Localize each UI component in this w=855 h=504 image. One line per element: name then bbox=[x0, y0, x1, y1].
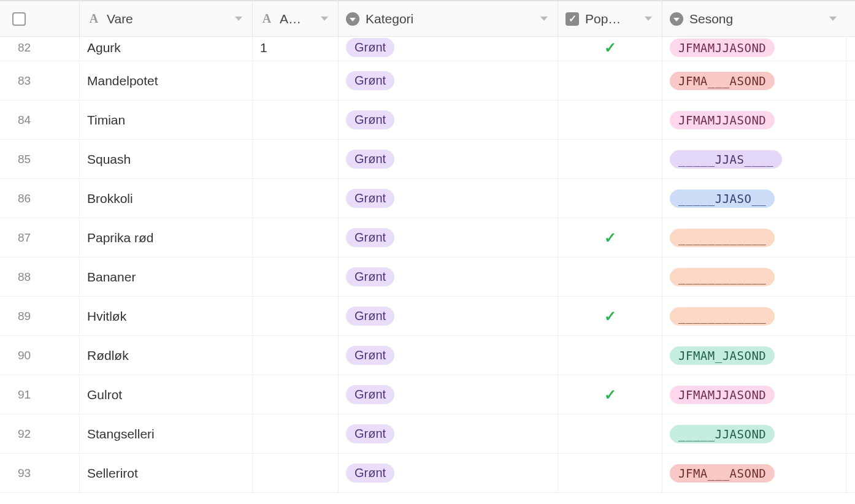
table-row[interactable]: 86BrokkoliGrønt_____JJASO__ bbox=[0, 179, 855, 218]
dropdown-caret-icon[interactable] bbox=[321, 17, 328, 21]
a-cell[interactable] bbox=[253, 140, 339, 178]
pop-cell[interactable] bbox=[558, 61, 662, 100]
table-row[interactable]: 90RødløkGrøntJFMAM_JASOND bbox=[0, 336, 855, 375]
pop-cell[interactable] bbox=[558, 258, 662, 296]
a-cell[interactable] bbox=[253, 375, 339, 414]
pop-cell[interactable] bbox=[558, 336, 662, 375]
kategori-cell[interactable]: Grønt bbox=[339, 336, 558, 375]
row-number-cell[interactable]: 82 bbox=[0, 34, 80, 61]
a-cell[interactable] bbox=[253, 336, 339, 375]
single-select-icon bbox=[670, 12, 683, 26]
table-row[interactable]: 84TimianGrøntJFMAMJJASOND bbox=[0, 101, 855, 140]
kategori-cell[interactable]: Grønt bbox=[339, 414, 558, 453]
column-header-vare[interactable]: A Vare bbox=[80, 1, 253, 36]
a-cell[interactable] bbox=[253, 454, 339, 492]
kategori-cell[interactable]: Grønt bbox=[339, 258, 558, 296]
kategori-cell[interactable]: Grønt bbox=[339, 375, 558, 414]
kategori-cell[interactable]: Grønt bbox=[339, 140, 558, 178]
column-header-pop[interactable]: Pop… bbox=[558, 1, 662, 36]
table-row[interactable]: 93SellerirotGrøntJFMA___ASOND bbox=[0, 454, 855, 493]
kategori-cell[interactable]: Grønt bbox=[339, 297, 558, 335]
pop-cell[interactable] bbox=[558, 101, 662, 139]
a-cell[interactable] bbox=[253, 258, 339, 296]
vare-cell[interactable]: Paprika rød bbox=[80, 218, 253, 257]
sesong-cell[interactable]: JFMA___ASOND bbox=[662, 454, 846, 492]
column-header-kategori[interactable]: Kategori bbox=[339, 1, 558, 36]
sesong-cell[interactable]: JFMAMJJASOND bbox=[662, 34, 846, 61]
kategori-pill: Grønt bbox=[346, 346, 394, 365]
kategori-cell[interactable]: Grønt bbox=[339, 218, 558, 257]
kategori-pill: Grønt bbox=[346, 189, 394, 208]
pop-cell[interactable] bbox=[558, 140, 662, 178]
dropdown-caret-icon[interactable] bbox=[645, 17, 652, 21]
sesong-cell[interactable]: _____JJAS____ bbox=[662, 140, 846, 178]
vare-cell[interactable]: Agurk bbox=[80, 34, 253, 61]
vare-cell[interactable]: Squash bbox=[80, 140, 253, 178]
vare-cell[interactable]: Timian bbox=[80, 101, 253, 139]
vare-cell[interactable]: Sellerirot bbox=[80, 454, 253, 492]
a-cell[interactable]: 1 bbox=[253, 34, 339, 61]
a-cell[interactable] bbox=[253, 297, 339, 335]
a-cell[interactable] bbox=[253, 179, 339, 218]
a-cell[interactable] bbox=[253, 414, 339, 453]
dropdown-caret-icon[interactable] bbox=[235, 17, 242, 21]
row-number-cell[interactable]: 86 bbox=[0, 179, 80, 218]
kategori-cell[interactable]: Grønt bbox=[339, 454, 558, 492]
vare-cell[interactable]: Stangselleri bbox=[80, 414, 253, 453]
column-header-checkbox[interactable] bbox=[0, 1, 80, 36]
a-cell[interactable] bbox=[253, 101, 339, 139]
table-row[interactable]: 91GulrotGrønt✓JFMAMJJASOND bbox=[0, 375, 855, 414]
table-row[interactable]: 85SquashGrønt_____JJAS____ bbox=[0, 140, 855, 179]
table-row[interactable]: 82Agurk1Grønt✓JFMAMJJASOND bbox=[0, 34, 855, 61]
row-number-cell[interactable]: 92 bbox=[0, 414, 80, 453]
sesong-cell[interactable]: JFMAM_JASOND bbox=[662, 336, 846, 375]
pop-cell[interactable]: ✓ bbox=[558, 375, 662, 414]
vare-cell[interactable]: Hvitløk bbox=[80, 297, 253, 335]
row-number-cell[interactable]: 84 bbox=[0, 101, 80, 139]
dropdown-caret-icon[interactable] bbox=[540, 17, 548, 21]
a-cell[interactable] bbox=[253, 218, 339, 257]
sesong-cell[interactable]: JFMAMJJASOND bbox=[662, 375, 846, 414]
pop-cell[interactable]: ✓ bbox=[558, 34, 662, 61]
vare-cell[interactable]: Bananer bbox=[80, 258, 253, 296]
table-row[interactable]: 92StangselleriGrønt_____JJASOND bbox=[0, 414, 855, 454]
vare-cell[interactable]: Gulrot bbox=[80, 375, 253, 414]
row-number-cell[interactable]: 89 bbox=[0, 297, 80, 335]
sesong-cell[interactable]: ____________ bbox=[662, 218, 846, 257]
sesong-cell[interactable]: ____________ bbox=[662, 297, 846, 335]
pop-cell[interactable] bbox=[558, 179, 662, 218]
kategori-cell[interactable]: Grønt bbox=[339, 179, 558, 218]
row-number-cell[interactable]: 87 bbox=[0, 218, 80, 257]
sesong-cell[interactable]: JFMAMJJASOND bbox=[662, 101, 846, 139]
table-row[interactable]: 87Paprika rødGrønt✓____________ bbox=[0, 218, 855, 258]
column-header-a[interactable]: A A… bbox=[253, 1, 339, 36]
kategori-cell[interactable]: Grønt bbox=[339, 61, 558, 100]
table-row[interactable]: 88BananerGrønt____________ bbox=[0, 258, 855, 297]
table-row[interactable]: 89HvitløkGrønt✓____________ bbox=[0, 297, 855, 336]
kategori-cell[interactable]: Grønt bbox=[339, 101, 558, 139]
kategori-cell[interactable]: Grønt bbox=[339, 34, 558, 61]
a-cell[interactable] bbox=[253, 61, 339, 100]
vare-cell[interactable]: Brokkoli bbox=[80, 179, 253, 218]
column-label: Vare bbox=[107, 12, 235, 26]
row-number-cell[interactable]: 83 bbox=[0, 61, 80, 100]
column-header-sesong[interactable]: Sesong bbox=[662, 1, 846, 36]
vare-cell[interactable]: Mandelpotet bbox=[80, 61, 253, 100]
sesong-cell[interactable]: ____________ bbox=[662, 258, 846, 296]
row-number-cell[interactable]: 88 bbox=[0, 258, 80, 296]
row-number-cell[interactable]: 91 bbox=[0, 375, 80, 414]
pop-cell[interactable]: ✓ bbox=[558, 297, 662, 335]
vare-cell[interactable]: Rødløk bbox=[80, 336, 253, 375]
pop-cell[interactable]: ✓ bbox=[558, 218, 662, 257]
row-number-cell[interactable]: 93 bbox=[0, 454, 80, 492]
row-number-cell[interactable]: 85 bbox=[0, 140, 80, 178]
select-all-checkbox[interactable] bbox=[12, 12, 26, 26]
table-row[interactable]: 83MandelpotetGrøntJFMA___ASOND bbox=[0, 61, 855, 101]
dropdown-caret-icon[interactable] bbox=[829, 17, 837, 21]
pop-cell[interactable] bbox=[558, 454, 662, 492]
pop-cell[interactable] bbox=[558, 414, 662, 453]
sesong-cell[interactable]: _____JJASOND bbox=[662, 414, 846, 453]
sesong-cell[interactable]: _____JJASO__ bbox=[662, 179, 846, 218]
sesong-cell[interactable]: JFMA___ASOND bbox=[662, 61, 846, 100]
row-number-cell[interactable]: 90 bbox=[0, 336, 80, 375]
